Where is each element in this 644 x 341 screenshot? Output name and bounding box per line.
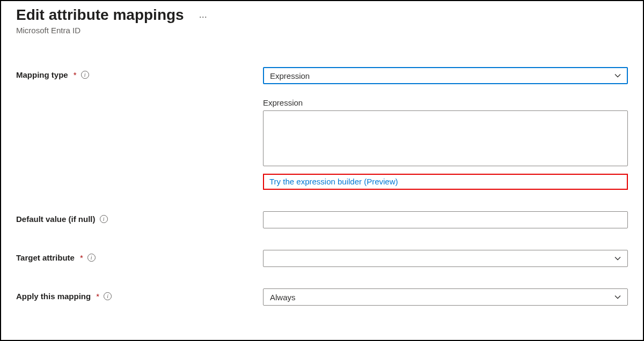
target-attribute-label: Target attribute xyxy=(16,253,75,262)
mapping-type-select[interactable]: Expression xyxy=(263,67,628,84)
mapping-type-value: Expression xyxy=(270,71,310,80)
spacer xyxy=(263,190,628,211)
default-value-label: Default value (if null) xyxy=(16,214,96,224)
apply-mapping-label-cell: Apply this mapping * i xyxy=(16,288,258,301)
expression-builder-link[interactable]: Try the expression builder (Preview) xyxy=(269,177,398,186)
info-icon[interactable]: i xyxy=(104,292,112,300)
page-title: Edit attribute mappings xyxy=(16,6,184,24)
target-attribute-label-cell: Target attribute * i xyxy=(16,250,258,262)
spacer xyxy=(16,190,258,211)
spacer xyxy=(16,267,258,288)
apply-mapping-field-col: Always xyxy=(263,288,628,306)
default-value-input[interactable] xyxy=(263,211,628,228)
apply-mapping-label: Apply this mapping xyxy=(16,292,91,301)
target-attribute-field-col xyxy=(263,250,628,267)
target-attribute-select[interactable] xyxy=(263,250,628,267)
page-subtitle: Microsoft Entra ID xyxy=(16,26,628,35)
header-line: Edit attribute mappings ··· xyxy=(16,6,628,24)
info-icon[interactable]: i xyxy=(81,71,89,79)
more-actions-icon[interactable]: ··· xyxy=(199,9,207,21)
expression-label: Expression xyxy=(263,98,628,107)
required-star-icon: * xyxy=(80,253,83,262)
chevron-down-icon xyxy=(614,294,621,300)
form-area: Mapping type * i Expression Expression T… xyxy=(16,67,628,306)
default-value-field-col xyxy=(263,211,628,228)
apply-mapping-value: Always xyxy=(270,293,296,302)
mapping-type-label-cell: Mapping type * i xyxy=(16,67,258,79)
default-value-label-cell: Default value (if null) i xyxy=(16,211,258,224)
chevron-down-icon xyxy=(614,255,621,262)
required-star-icon: * xyxy=(96,292,99,301)
spacer xyxy=(16,228,258,250)
info-icon[interactable]: i xyxy=(87,254,96,262)
info-icon[interactable]: i xyxy=(100,215,108,223)
required-star-icon: * xyxy=(74,70,77,79)
mapping-type-field-col: Expression Expression Try the expression… xyxy=(263,67,628,190)
spacer xyxy=(263,228,628,250)
expression-builder-link-highlight: Try the expression builder (Preview) xyxy=(263,174,628,190)
mapping-type-label: Mapping type xyxy=(16,70,68,79)
page-frame: Edit attribute mappings ··· Microsoft En… xyxy=(0,0,644,341)
expression-textarea[interactable] xyxy=(263,110,628,166)
spacer xyxy=(263,267,628,288)
chevron-down-icon xyxy=(614,72,621,79)
apply-mapping-select[interactable]: Always xyxy=(263,288,628,306)
